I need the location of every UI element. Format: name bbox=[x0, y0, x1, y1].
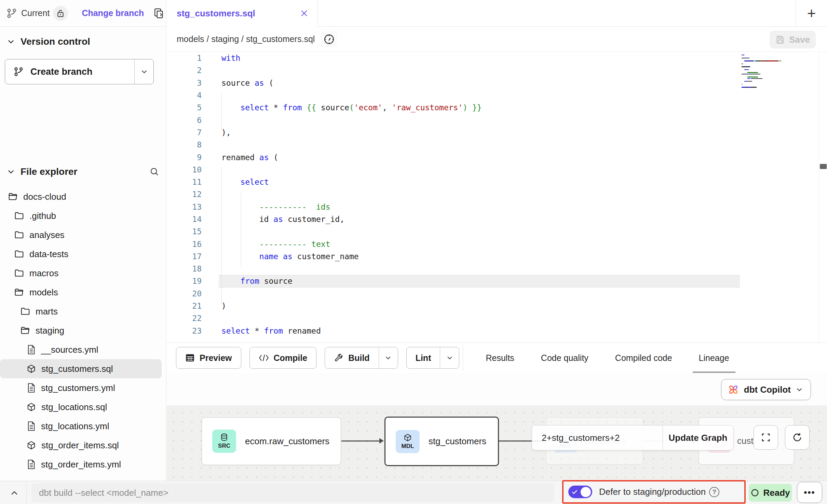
defer-toggle[interactable] bbox=[568, 486, 592, 498]
code-line-8[interactable]: 8 bbox=[167, 139, 827, 151]
lineage-node-source[interactable]: SRC ecom.raw_customers bbox=[202, 417, 341, 465]
tree-item-stg-locations-sql[interactable]: stg_locations.sql bbox=[0, 397, 166, 417]
lineage-node-stg-customers[interactable]: MDL stg_customers bbox=[384, 417, 499, 466]
command-input[interactable] bbox=[31, 483, 554, 502]
tree-item-models[interactable]: models bbox=[0, 283, 166, 302]
refresh-button[interactable] bbox=[785, 425, 810, 450]
tab-compiled-code[interactable]: Compiled code bbox=[615, 345, 672, 371]
code-line-17[interactable]: 17 name as customer_name bbox=[167, 250, 827, 263]
line-number: 12 bbox=[167, 190, 202, 199]
code-line-7[interactable]: 7), bbox=[167, 126, 827, 139]
code-text: ---------- text bbox=[221, 240, 827, 249]
tree-item-stg-locations-yml[interactable]: stg_locations.yml bbox=[0, 417, 166, 436]
code-line-23[interactable]: 23select * from renamed bbox=[167, 325, 827, 337]
cube-icon bbox=[403, 433, 412, 442]
build-button[interactable]: Build bbox=[325, 347, 379, 368]
tab-lineage[interactable]: Lineage bbox=[699, 345, 729, 371]
code-editor[interactable]: 1with23source as (45 select * from {{ so… bbox=[167, 52, 827, 342]
tree-item--github[interactable]: .github bbox=[0, 206, 166, 225]
code-line-22[interactable]: 22 bbox=[167, 312, 827, 324]
tab-stg-customers-sql[interactable]: stg_customers.sql bbox=[166, 0, 318, 27]
code-line-14[interactable]: 14 id as customer_id, bbox=[167, 213, 827, 225]
editor-scrollbar-track bbox=[819, 52, 819, 342]
status-bar: Defer to staging/production ? Ready ••• bbox=[0, 481, 827, 504]
tab-close-button[interactable] bbox=[300, 9, 309, 18]
tree-item-stg-customers-yml[interactable]: stg_customers.yml bbox=[0, 378, 166, 397]
preview-button[interactable]: Preview bbox=[176, 347, 241, 369]
code-line-12[interactable]: 12 bbox=[167, 188, 827, 200]
lineage-edge bbox=[341, 440, 380, 442]
code-line-20[interactable]: 20 bbox=[167, 288, 827, 300]
tree-item-stg-customers-sql[interactable]: stg_customers.sql bbox=[0, 359, 162, 378]
save-icon bbox=[775, 35, 785, 44]
code-line-6[interactable]: 6 bbox=[167, 114, 827, 126]
update-graph-button[interactable]: Update Graph bbox=[663, 425, 733, 450]
line-number: 13 bbox=[167, 202, 202, 211]
fullscreen-button[interactable] bbox=[754, 425, 778, 450]
tree-item-data-tests[interactable]: data-tests bbox=[0, 244, 166, 264]
code-line-9[interactable]: 9renamed as ( bbox=[167, 151, 827, 163]
close-icon bbox=[300, 9, 309, 18]
git-branch-icon bbox=[6, 8, 18, 19]
build-dropdown[interactable] bbox=[379, 347, 398, 368]
create-branch-dropdown[interactable] bbox=[134, 59, 153, 84]
tab-results[interactable]: Results bbox=[486, 345, 514, 371]
file-tree: docs-cloud.githubanalysesdata-testsmacro… bbox=[0, 187, 166, 474]
code-line-15[interactable]: 15 bbox=[167, 225, 827, 238]
code-line-13[interactable]: 13 ---------- ids bbox=[167, 201, 827, 213]
tree-item-macros[interactable]: macros bbox=[0, 264, 166, 283]
code-line-19[interactable]: 19 from source bbox=[167, 275, 827, 287]
help-icon[interactable]: ? bbox=[709, 487, 719, 497]
tree-item-staging[interactable]: staging bbox=[0, 321, 166, 340]
status-badge-ready[interactable]: Ready bbox=[749, 484, 792, 502]
new-tab-button[interactable]: + bbox=[796, 0, 827, 27]
tab-code-quality[interactable]: Code quality bbox=[541, 345, 588, 371]
code-line-3[interactable]: 3source as ( bbox=[167, 77, 827, 89]
sidebar: Current Change branch Version control Cr… bbox=[0, 0, 166, 481]
code-text: select bbox=[221, 178, 827, 186]
tree-item-docs-cloud[interactable]: docs-cloud bbox=[0, 187, 166, 206]
more-options-button[interactable]: ••• bbox=[797, 482, 822, 503]
tree-item-stg-order-items-sql[interactable]: stg_order_items.sql bbox=[0, 436, 166, 455]
dbt-copilot-button[interactable]: dbt Copilot bbox=[721, 379, 811, 400]
code-icon bbox=[259, 353, 269, 362]
save-button[interactable]: Save bbox=[770, 31, 816, 48]
code-line-21[interactable]: 21) bbox=[167, 300, 827, 312]
editor-scrollbar-thumb[interactable] bbox=[820, 164, 827, 169]
code-line-16[interactable]: 16 ---------- text bbox=[167, 238, 827, 250]
tree-item-label: staging bbox=[36, 325, 64, 336]
collapse-panel-button[interactable] bbox=[8, 487, 21, 499]
lineage-canvas[interactable]: SRC ecom.raw_customers MDL stg_customers… bbox=[167, 406, 827, 481]
search-icon[interactable] bbox=[149, 167, 160, 177]
compile-label: Compile bbox=[274, 353, 308, 363]
lineage-selector-input[interactable] bbox=[532, 425, 663, 450]
tree-item-marts[interactable]: marts bbox=[0, 302, 166, 321]
current-branch[interactable]: Current bbox=[6, 6, 68, 21]
code-line-1[interactable]: 1with bbox=[167, 52, 827, 64]
node-label: ecom.raw_customers bbox=[245, 436, 329, 447]
file-actions-button[interactable] bbox=[321, 31, 337, 47]
code-line-4[interactable]: 4 bbox=[167, 89, 827, 101]
code-text: source as ( bbox=[221, 79, 827, 87]
code-line-18[interactable]: 18 bbox=[167, 263, 827, 275]
lint-button[interactable]: Lint bbox=[407, 347, 440, 368]
edge-arrowhead bbox=[379, 438, 384, 444]
version-control-header[interactable]: Version control bbox=[7, 36, 90, 47]
file-explorer-header[interactable]: File explorer bbox=[7, 166, 160, 177]
tree-item-analyses[interactable]: analyses bbox=[0, 225, 166, 244]
create-branch-button[interactable]: Create branch bbox=[5, 59, 134, 84]
compile-button[interactable]: Compile bbox=[249, 347, 317, 369]
copy-button[interactable] bbox=[153, 8, 164, 19]
code-line-5[interactable]: 5 select * from {{ source('ecom', 'raw_c… bbox=[167, 101, 827, 114]
tree-item-stg-order-items-yml[interactable]: stg_order_items.yml bbox=[0, 455, 166, 474]
code-line-10[interactable]: 10 bbox=[167, 164, 827, 176]
code-line-2[interactable]: 2 bbox=[167, 64, 827, 76]
lint-dropdown[interactable] bbox=[440, 347, 459, 368]
breadcrumb: models / staging / stg_customers.sql bbox=[177, 34, 315, 44]
code-text: select * from renamed bbox=[221, 326, 827, 335]
tree-item--sources-yml[interactable]: __sources.yml bbox=[0, 340, 166, 359]
line-number: 15 bbox=[167, 227, 202, 236]
change-branch-link[interactable]: Change branch bbox=[82, 8, 144, 18]
code-line-11[interactable]: 11 select bbox=[167, 176, 827, 188]
line-number: 17 bbox=[167, 252, 202, 261]
